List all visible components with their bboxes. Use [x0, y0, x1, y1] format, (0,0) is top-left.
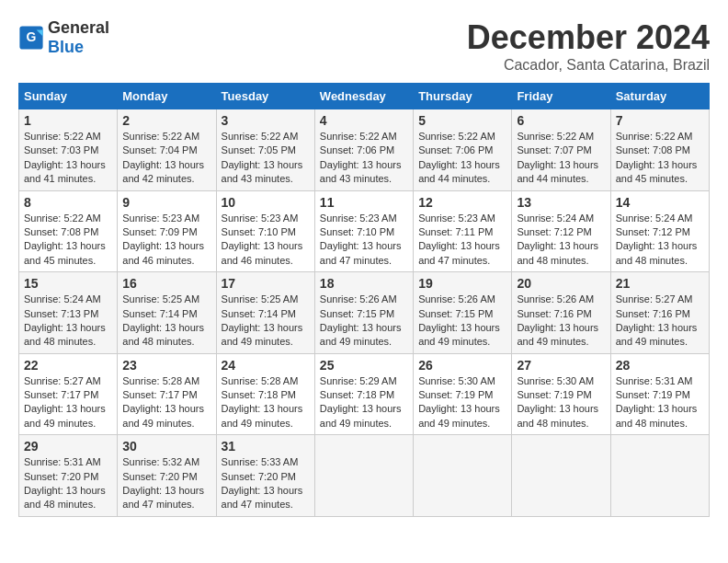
day-info: Sunrise: 5:31 AMSunset: 7:19 PMDaylight:… [616, 374, 704, 431]
day-info: Sunrise: 5:27 AMSunset: 7:17 PMDaylight:… [24, 374, 112, 431]
day-number: 27 [517, 358, 605, 373]
day-info: Sunrise: 5:24 AMSunset: 7:13 PMDaylight:… [24, 293, 112, 350]
day-number: 28 [616, 358, 704, 373]
day-number: 1 [24, 113, 112, 128]
day-info: Sunrise: 5:22 AMSunset: 7:04 PMDaylight:… [122, 130, 210, 187]
day-number: 7 [616, 113, 704, 128]
logo-text: General Blue [48, 18, 109, 57]
calendar-cell: 22Sunrise: 5:27 AMSunset: 7:17 PMDayligh… [19, 353, 118, 435]
day-number: 19 [418, 276, 506, 291]
col-tuesday: Tuesday [216, 84, 314, 109]
col-saturday: Saturday [610, 84, 709, 109]
day-number: 14 [616, 195, 704, 210]
day-number: 18 [320, 276, 408, 291]
col-friday: Friday [512, 84, 610, 109]
day-info: Sunrise: 5:28 AMSunset: 7:18 PMDaylight:… [222, 374, 310, 431]
calendar-cell [414, 435, 512, 517]
day-info: Sunrise: 5:30 AMSunset: 7:19 PMDaylight:… [517, 374, 605, 431]
day-info: Sunrise: 5:23 AMSunset: 7:10 PMDaylight:… [320, 212, 408, 269]
day-number: 4 [320, 113, 408, 128]
day-number: 2 [122, 113, 210, 128]
day-number: 3 [222, 113, 310, 128]
calendar-cell: 1Sunrise: 5:22 AMSunset: 7:03 PMDaylight… [19, 109, 118, 191]
day-info: Sunrise: 5:25 AMSunset: 7:14 PMDaylight:… [222, 293, 310, 350]
calendar-cell: 7Sunrise: 5:22 AMSunset: 7:08 PMDaylight… [610, 109, 709, 191]
day-info: Sunrise: 5:22 AMSunset: 7:08 PMDaylight:… [616, 130, 704, 187]
calendar-week-3: 15Sunrise: 5:24 AMSunset: 7:13 PMDayligh… [19, 272, 710, 354]
title-area: December 2024 Cacador, Santa Catarina, B… [467, 18, 710, 74]
day-info: Sunrise: 5:32 AMSunset: 7:20 PMDaylight:… [122, 455, 210, 512]
calendar-cell: 26Sunrise: 5:30 AMSunset: 7:19 PMDayligh… [414, 353, 512, 435]
col-wednesday: Wednesday [314, 84, 413, 109]
calendar-week-1: 1Sunrise: 5:22 AMSunset: 7:03 PMDaylight… [19, 109, 710, 191]
header-row: Sunday Monday Tuesday Wednesday Thursday… [19, 84, 710, 109]
day-info: Sunrise: 5:22 AMSunset: 7:05 PMDaylight:… [222, 130, 310, 187]
day-info: Sunrise: 5:28 AMSunset: 7:17 PMDaylight:… [122, 374, 210, 431]
calendar-cell: 6Sunrise: 5:22 AMSunset: 7:07 PMDaylight… [512, 109, 610, 191]
day-info: Sunrise: 5:26 AMSunset: 7:15 PMDaylight:… [320, 293, 408, 350]
calendar-cell: 29Sunrise: 5:31 AMSunset: 7:20 PMDayligh… [19, 435, 118, 517]
day-number: 25 [320, 358, 408, 373]
calendar-cell: 16Sunrise: 5:25 AMSunset: 7:14 PMDayligh… [118, 272, 216, 354]
day-info: Sunrise: 5:27 AMSunset: 7:16 PMDaylight:… [616, 293, 704, 350]
day-number: 6 [517, 113, 605, 128]
calendar-cell: 8Sunrise: 5:22 AMSunset: 7:08 PMDaylight… [19, 190, 118, 272]
logo-general: General [48, 18, 109, 37]
day-info: Sunrise: 5:23 AMSunset: 7:10 PMDaylight:… [222, 212, 310, 269]
day-info: Sunrise: 5:22 AMSunset: 7:06 PMDaylight:… [320, 130, 408, 187]
day-info: Sunrise: 5:29 AMSunset: 7:18 PMDaylight:… [320, 374, 408, 431]
day-number: 11 [320, 195, 408, 210]
logo-blue: Blue [48, 38, 84, 56]
day-number: 22 [24, 358, 112, 373]
calendar-cell: 17Sunrise: 5:25 AMSunset: 7:14 PMDayligh… [216, 272, 314, 354]
day-info: Sunrise: 5:31 AMSunset: 7:20 PMDaylight:… [24, 455, 112, 512]
calendar-week-2: 8Sunrise: 5:22 AMSunset: 7:08 PMDaylight… [19, 190, 710, 272]
calendar-cell: 19Sunrise: 5:26 AMSunset: 7:15 PMDayligh… [414, 272, 512, 354]
logo-icon: G [18, 25, 44, 51]
calendar-week-5: 29Sunrise: 5:31 AMSunset: 7:20 PMDayligh… [19, 435, 710, 517]
calendar-cell: 15Sunrise: 5:24 AMSunset: 7:13 PMDayligh… [19, 272, 118, 354]
calendar-cell [512, 435, 610, 517]
day-info: Sunrise: 5:26 AMSunset: 7:15 PMDaylight:… [418, 293, 506, 350]
calendar-cell [314, 435, 413, 517]
day-number: 31 [222, 439, 310, 454]
day-number: 24 [222, 358, 310, 373]
calendar-cell: 25Sunrise: 5:29 AMSunset: 7:18 PMDayligh… [314, 353, 413, 435]
day-number: 8 [24, 195, 112, 210]
calendar-cell: 20Sunrise: 5:26 AMSunset: 7:16 PMDayligh… [512, 272, 610, 354]
calendar-cell: 23Sunrise: 5:28 AMSunset: 7:17 PMDayligh… [118, 353, 216, 435]
day-number: 10 [222, 195, 310, 210]
calendar-cell: 2Sunrise: 5:22 AMSunset: 7:04 PMDaylight… [118, 109, 216, 191]
day-number: 20 [517, 276, 605, 291]
calendar-cell: 4Sunrise: 5:22 AMSunset: 7:06 PMDaylight… [314, 109, 413, 191]
calendar-table: Sunday Monday Tuesday Wednesday Thursday… [18, 83, 710, 517]
calendar-cell [610, 435, 709, 517]
day-number: 30 [122, 439, 210, 454]
calendar-cell: 21Sunrise: 5:27 AMSunset: 7:16 PMDayligh… [610, 272, 709, 354]
day-info: Sunrise: 5:23 AMSunset: 7:11 PMDaylight:… [418, 212, 506, 269]
day-info: Sunrise: 5:25 AMSunset: 7:14 PMDaylight:… [122, 293, 210, 350]
day-number: 23 [122, 358, 210, 373]
day-number: 12 [418, 195, 506, 210]
calendar-cell: 14Sunrise: 5:24 AMSunset: 7:12 PMDayligh… [610, 190, 709, 272]
calendar-cell: 30Sunrise: 5:32 AMSunset: 7:20 PMDayligh… [118, 435, 216, 517]
day-info: Sunrise: 5:23 AMSunset: 7:09 PMDaylight:… [122, 212, 210, 269]
day-number: 9 [122, 195, 210, 210]
day-number: 26 [418, 358, 506, 373]
calendar-cell: 12Sunrise: 5:23 AMSunset: 7:11 PMDayligh… [414, 190, 512, 272]
calendar-cell: 24Sunrise: 5:28 AMSunset: 7:18 PMDayligh… [216, 353, 314, 435]
calendar-cell: 27Sunrise: 5:30 AMSunset: 7:19 PMDayligh… [512, 353, 610, 435]
calendar-week-4: 22Sunrise: 5:27 AMSunset: 7:17 PMDayligh… [19, 353, 710, 435]
calendar-cell: 31Sunrise: 5:33 AMSunset: 7:20 PMDayligh… [216, 435, 314, 517]
day-info: Sunrise: 5:33 AMSunset: 7:20 PMDaylight:… [222, 455, 310, 512]
day-number: 5 [418, 113, 506, 128]
day-info: Sunrise: 5:22 AMSunset: 7:03 PMDaylight:… [24, 130, 112, 187]
calendar-cell: 18Sunrise: 5:26 AMSunset: 7:15 PMDayligh… [314, 272, 413, 354]
calendar-cell: 9Sunrise: 5:23 AMSunset: 7:09 PMDaylight… [118, 190, 216, 272]
calendar-cell: 3Sunrise: 5:22 AMSunset: 7:05 PMDaylight… [216, 109, 314, 191]
header: G General Blue December 2024 Cacador, Sa… [18, 18, 710, 74]
calendar-cell: 5Sunrise: 5:22 AMSunset: 7:06 PMDaylight… [414, 109, 512, 191]
month-title: December 2024 [467, 18, 710, 57]
day-info: Sunrise: 5:26 AMSunset: 7:16 PMDaylight:… [517, 293, 605, 350]
day-info: Sunrise: 5:22 AMSunset: 7:07 PMDaylight:… [517, 130, 605, 187]
